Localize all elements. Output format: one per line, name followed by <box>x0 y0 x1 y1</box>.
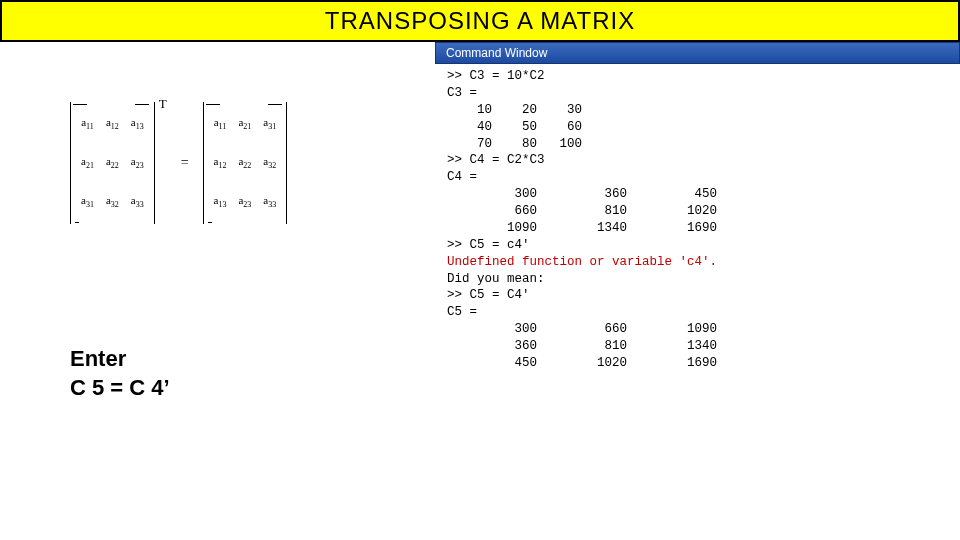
matrix-cell: a21 <box>75 143 100 182</box>
left-pane: a11 a12 a13 a21 a22 a23 a31 a32 a33 <box>0 42 435 540</box>
sub: 13 <box>218 201 226 210</box>
console-line: >> C3 = 10*C2 <box>447 68 948 85</box>
console-line: 300 360 450 <box>447 186 948 203</box>
sub: 12 <box>111 122 119 131</box>
console-line: >> C5 = C4' <box>447 287 948 304</box>
matrix-cell: a11 <box>75 104 100 143</box>
instruction-line2: C 5 = C 4’ <box>70 373 415 403</box>
sub: 13 <box>136 122 144 131</box>
matrix-cell: a13 <box>208 182 233 221</box>
console-line: Did you mean: <box>447 271 948 288</box>
equals-sign: = <box>181 155 189 171</box>
command-window-title: Command Window <box>435 42 960 64</box>
matrix-cell: a22 <box>232 143 257 182</box>
sub: 31 <box>268 122 276 131</box>
command-window-body[interactable]: >> C3 = 10*C2C3 = 10 20 30 40 50 60 70 8… <box>435 64 960 540</box>
sub: 11 <box>86 122 94 131</box>
console-line: C5 = <box>447 304 948 321</box>
console-line: 660 810 1020 <box>447 203 948 220</box>
matrix-cell: a22 <box>100 143 125 182</box>
command-window: Command Window >> C3 = 10*C2C3 = 10 20 3… <box>435 42 960 540</box>
console-line: >> C5 = c4' <box>447 237 948 254</box>
sub: 22 <box>243 161 251 170</box>
sub: 32 <box>111 201 119 210</box>
matrix-cell: a21 <box>232 104 257 143</box>
sub: 11 <box>219 122 227 131</box>
matrix-cell: a32 <box>257 143 282 182</box>
sub: 12 <box>218 161 226 170</box>
console-line: Undefined function or variable 'c4'. <box>447 254 948 271</box>
sub: 22 <box>111 161 119 170</box>
sub: 21 <box>86 161 94 170</box>
matrix-cell: a12 <box>100 104 125 143</box>
console-line: 1090 1340 1690 <box>447 220 948 237</box>
sub: 33 <box>268 201 276 210</box>
sub: 31 <box>86 201 94 210</box>
console-line: 10 20 30 <box>447 102 948 119</box>
right-matrix: a11 a21 a31 a12 a22 a32 a13 a23 a33 <box>203 102 288 224</box>
matrix-cell: a13 <box>125 104 150 143</box>
slide-title: TRANSPOSING A MATRIX <box>0 0 960 42</box>
matrix-cell: a33 <box>125 182 150 221</box>
transpose-superscript: T <box>159 96 167 112</box>
sub: 33 <box>136 201 144 210</box>
console-line: 40 50 60 <box>447 119 948 136</box>
matrix-cell: a23 <box>232 182 257 221</box>
console-line: 360 810 1340 <box>447 338 948 355</box>
matrix-cell: a33 <box>257 182 282 221</box>
instruction-line1: Enter <box>70 344 415 374</box>
matrix-cell: a31 <box>75 182 100 221</box>
console-line: >> C4 = C2*C3 <box>447 152 948 169</box>
left-matrix: a11 a12 a13 a21 a22 a23 a31 a32 a33 <box>70 102 155 224</box>
matrix-cell: a31 <box>257 104 282 143</box>
instruction-block: Enter C 5 = C 4’ <box>70 344 415 403</box>
sub: 32 <box>268 161 276 170</box>
sub: 23 <box>243 201 251 210</box>
matrix-cell: a23 <box>125 143 150 182</box>
sub: 21 <box>243 122 251 131</box>
console-line: 450 1020 1690 <box>447 355 948 372</box>
console-line: 300 660 1090 <box>447 321 948 338</box>
console-line: C3 = <box>447 85 948 102</box>
transpose-equation: a11 a12 a13 a21 a22 a23 a31 a32 a33 <box>70 102 415 224</box>
matrix-cell: a32 <box>100 182 125 221</box>
console-line: C4 = <box>447 169 948 186</box>
console-line: 70 80 100 <box>447 136 948 153</box>
matrix-cell: a12 <box>208 143 233 182</box>
matrix-cell: a11 <box>208 104 233 143</box>
content-area: a11 a12 a13 a21 a22 a23 a31 a32 a33 <box>0 42 960 540</box>
sub: 23 <box>136 161 144 170</box>
